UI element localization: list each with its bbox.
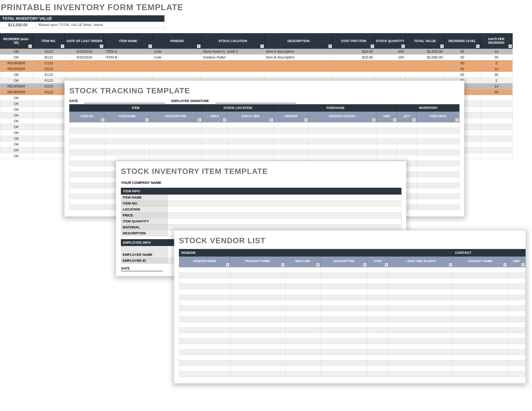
tracking-cell[interactable] bbox=[416, 188, 459, 194]
tracking-cell[interactable] bbox=[397, 133, 416, 139]
inv-cell[interactable]: 100 bbox=[375, 55, 405, 60]
tracking-cell[interactable] bbox=[376, 144, 397, 150]
inv-cell[interactable]: $2,000.00 bbox=[405, 49, 444, 55]
vendor-cell[interactable] bbox=[507, 311, 525, 317]
inv-cell[interactable] bbox=[264, 72, 332, 78]
tracking-cell[interactable] bbox=[227, 144, 274, 150]
inv-cell[interactable]: 30 bbox=[480, 89, 513, 95]
tracking-cell[interactable] bbox=[416, 205, 459, 210]
vendor-cell[interactable] bbox=[507, 306, 525, 311]
inv-cell[interactable]: $20.00 bbox=[332, 55, 375, 60]
item-field-value[interactable] bbox=[168, 195, 401, 200]
tracking-col-header[interactable]: DESCRIPTION▾ bbox=[149, 112, 202, 122]
vendor-cell[interactable] bbox=[367, 295, 389, 300]
inv-cell[interactable] bbox=[33, 124, 65, 130]
vendor-cell[interactable] bbox=[179, 306, 230, 311]
filter-dropdown-icon[interactable]: ▾ bbox=[28, 45, 32, 48]
tracking-cell[interactable] bbox=[416, 177, 459, 183]
vendor-cell[interactable] bbox=[453, 371, 507, 377]
filter-dropdown-icon[interactable]: ▾ bbox=[372, 118, 376, 122]
tracking-cell[interactable] bbox=[105, 139, 149, 144]
tracking-cell[interactable] bbox=[376, 155, 397, 161]
vendor-col-header[interactable]: PRODUCT NAME▾ bbox=[230, 256, 285, 267]
inv-cell[interactable]: H123 bbox=[33, 89, 65, 95]
tracking-cell[interactable] bbox=[69, 166, 105, 172]
vendor-cell[interactable] bbox=[230, 371, 285, 377]
tracking-cell[interactable] bbox=[274, 150, 308, 155]
inv-cell[interactable] bbox=[264, 66, 332, 72]
inv-cell[interactable]: Item A description bbox=[264, 49, 332, 55]
vendor-cell[interactable] bbox=[453, 344, 507, 349]
vendor-cell[interactable] bbox=[285, 344, 320, 349]
vendor-cell[interactable] bbox=[367, 267, 389, 273]
inv-cell[interactable]: B123 bbox=[33, 55, 65, 60]
item-field-value[interactable] bbox=[168, 218, 401, 224]
vendor-cell[interactable] bbox=[320, 327, 367, 333]
vendor-cell[interactable] bbox=[507, 300, 525, 306]
vendor-cell[interactable] bbox=[320, 284, 367, 289]
inv-cell[interactable] bbox=[33, 101, 65, 107]
tracking-cell[interactable] bbox=[105, 144, 149, 150]
vendor-cell[interactable] bbox=[389, 284, 453, 289]
tracking-cell[interactable] bbox=[397, 150, 416, 155]
inv-cell[interactable] bbox=[480, 118, 513, 124]
vendor-cell[interactable] bbox=[453, 360, 507, 366]
vendor-cell[interactable] bbox=[230, 327, 285, 333]
inv-cell[interactable] bbox=[480, 153, 513, 159]
inv-cell[interactable]: F123 bbox=[33, 78, 65, 84]
inv-cell[interactable]: E123 bbox=[33, 72, 65, 78]
tracking-cell[interactable] bbox=[227, 128, 274, 133]
tracking-cell[interactable] bbox=[397, 139, 416, 144]
vendor-cell[interactable] bbox=[230, 278, 285, 284]
inv-cell[interactable] bbox=[480, 107, 513, 112]
filter-dropdown-icon[interactable]: ▾ bbox=[149, 45, 152, 48]
inv-cell[interactable]: 30 bbox=[480, 55, 513, 60]
inv-cell[interactable]: 2 bbox=[480, 78, 513, 84]
vendor-cell[interactable] bbox=[367, 311, 389, 317]
inv-col-header[interactable]: STOCK LOCATION▾ bbox=[201, 33, 264, 49]
inv-col-header[interactable]: COST PER ITEM▾ bbox=[332, 33, 375, 49]
inv-col-header[interactable]: DESCRIPTION▾ bbox=[264, 33, 332, 49]
vendor-cell[interactable] bbox=[285, 333, 320, 338]
vendor-cell[interactable] bbox=[389, 338, 453, 344]
inv-col-header[interactable]: ITEM NO.▾ bbox=[33, 33, 65, 49]
filter-dropdown-icon[interactable]: ▾ bbox=[393, 118, 397, 122]
filter-dropdown-icon[interactable]: ▾ bbox=[440, 45, 444, 48]
vendor-cell[interactable] bbox=[367, 300, 389, 306]
vendor-col-header[interactable]: EMA▾ bbox=[507, 256, 525, 267]
vendor-cell[interactable] bbox=[453, 306, 507, 311]
vendor-cell[interactable] bbox=[285, 371, 320, 377]
inv-col-header[interactable]: TOTAL VALUE▾ bbox=[405, 33, 444, 49]
vendor-cell[interactable] bbox=[367, 306, 389, 311]
tracking-col-header[interactable]: VENDOR ITEM NO.▾ bbox=[308, 112, 376, 122]
tracking-cell[interactable] bbox=[227, 139, 274, 144]
vendor-cell[interactable] bbox=[285, 300, 320, 306]
vendor-cell[interactable] bbox=[179, 267, 230, 273]
tracking-cell[interactable] bbox=[105, 155, 149, 161]
vendor-cell[interactable] bbox=[285, 273, 320, 278]
tracking-cell[interactable] bbox=[69, 150, 105, 155]
vendor-cell[interactable] bbox=[453, 338, 507, 344]
vendor-cell[interactable] bbox=[320, 300, 367, 306]
tracking-cell[interactable] bbox=[149, 139, 202, 144]
tracking-cell[interactable] bbox=[416, 194, 459, 199]
vendor-cell[interactable] bbox=[367, 273, 389, 278]
vendor-cell[interactable] bbox=[285, 306, 320, 311]
inv-cell[interactable]: A123 bbox=[33, 49, 65, 55]
vendor-cell[interactable] bbox=[230, 333, 285, 338]
tracking-cell[interactable] bbox=[69, 133, 105, 139]
inv-cell[interactable] bbox=[332, 72, 375, 78]
inv-cell[interactable] bbox=[405, 60, 444, 66]
vendor-cell[interactable] bbox=[179, 344, 230, 349]
filter-dropdown-icon[interactable]: ▾ bbox=[260, 45, 264, 48]
inv-cell[interactable]: C123 bbox=[33, 60, 65, 66]
tracking-cell[interactable] bbox=[376, 139, 397, 144]
tracking-cell[interactable] bbox=[69, 155, 105, 161]
vendor-cell[interactable] bbox=[453, 349, 507, 355]
inv-cell[interactable] bbox=[201, 72, 264, 78]
vendor-cell[interactable] bbox=[507, 278, 525, 284]
filter-dropdown-icon[interactable]: ▾ bbox=[100, 45, 103, 48]
vendor-cell[interactable] bbox=[507, 284, 525, 289]
inv-cell[interactable] bbox=[375, 60, 405, 66]
vendor-cell[interactable] bbox=[230, 267, 285, 273]
